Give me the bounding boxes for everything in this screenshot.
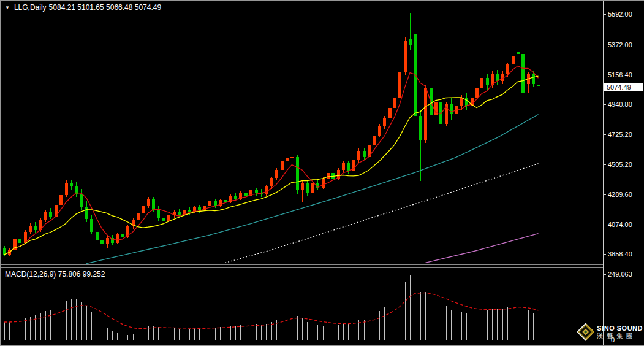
macd-header: MACD(12,26,9) 75.806 99.252 <box>5 270 105 279</box>
axis-tick <box>604 75 606 75</box>
price-axis-label: 3858.40 <box>608 250 632 258</box>
axis-tick <box>604 254 606 255</box>
current-price-tag: 5074.49 <box>604 83 643 91</box>
price-axis-label: 4505.20 <box>608 160 632 169</box>
logo-text: SINO SOUND 漢聲集團 <box>597 325 643 340</box>
axis-tick <box>604 45 606 45</box>
price-axis-label: 4289.60 <box>608 190 632 199</box>
price-axis-label: 5592.00 <box>608 10 632 18</box>
price-axis[interactable]: 5592.005372.005156.404940.804725.204505.… <box>603 1 644 345</box>
symbol-timeframe-label: LLG,Daily <box>14 3 47 12</box>
axis-tick <box>604 14 606 15</box>
price-axis-label: 4725.20 <box>608 130 632 139</box>
chevron-down-icon[interactable]: ▼ <box>5 5 10 10</box>
price-axis-label: 4074.00 <box>608 220 632 229</box>
price-axis-label: 249.063 <box>608 270 632 279</box>
ohlc-readout: 5084.21 5101.65 5066.48 5074.49 <box>49 3 162 12</box>
logo-diamond-icon <box>577 322 594 342</box>
macd-values: 75.806 99.252 <box>58 270 105 279</box>
macd-indicator-pane[interactable]: MACD(12,26,9) 75.806 99.252 <box>1 268 603 341</box>
candlestick-chart[interactable] <box>1 1 603 264</box>
axis-tick <box>604 164 606 165</box>
price-axis-label: 5372.00 <box>608 40 632 49</box>
axis-tick <box>604 104 606 105</box>
macd-chart[interactable] <box>1 268 603 341</box>
logo-title: SINO SOUND <box>597 325 643 333</box>
logo-subtitle: 漢聲集團 <box>597 333 643 340</box>
axis-tick <box>604 225 606 225</box>
price-chart-pane[interactable]: ▼LLG,Daily5084.21 5101.65 5066.48 5074.4… <box>1 1 603 264</box>
axis-tick <box>604 274 606 275</box>
sino-sound-logo: SINO SOUND 漢聲集團 <box>577 321 643 343</box>
axis-tick <box>604 134 606 135</box>
mt4-chart-window: ▼LLG,Daily5084.21 5101.65 5066.48 5074.4… <box>0 0 644 346</box>
chart-header: ▼LLG,Daily5084.21 5101.65 5066.48 5074.4… <box>5 3 164 12</box>
axis-tick <box>604 194 606 195</box>
price-axis-label: 5156.40 <box>608 71 632 79</box>
price-axis-label: 4940.80 <box>608 100 632 109</box>
macd-label: MACD(12,26,9) <box>5 270 56 279</box>
